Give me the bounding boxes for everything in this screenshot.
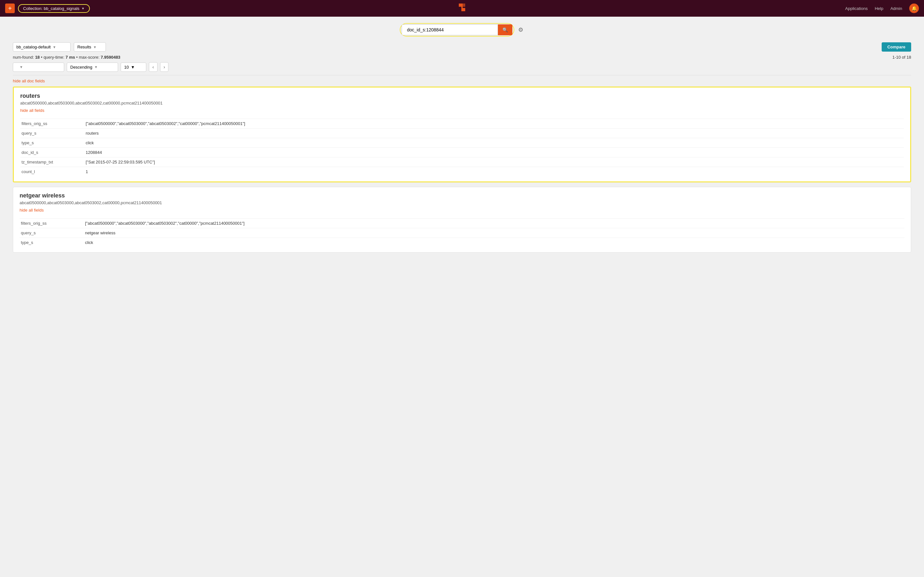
field-table-2: filters_orig_ss ["abcat0500000","abcat05… xyxy=(19,218,905,247)
field-value: 1 xyxy=(84,167,904,177)
field-value: click xyxy=(84,238,905,247)
result-title-1: routers xyxy=(20,93,904,99)
max-score-value: 7.9590483 xyxy=(101,55,120,60)
collection-dropdown-value: bb_catalog-default xyxy=(16,45,51,49)
result-card-2: netgear wireless abcat0500000,abcat05030… xyxy=(13,187,911,253)
topnav: + Collection: bb_catalog_signals ▼ Appli… xyxy=(0,0,924,17)
results-label: Results xyxy=(78,45,91,49)
sort-field-dropdown[interactable]: ▼ xyxy=(13,63,64,72)
chevron-down-icon: ▼ xyxy=(53,45,56,49)
hide-all-fields-link-2[interactable]: hide all fields xyxy=(19,208,44,213)
chevron-down-icon: ▼ xyxy=(131,65,135,69)
field-key: doc_id_s xyxy=(20,148,84,157)
field-key: count_l xyxy=(20,167,84,177)
nav-admin[interactable]: Admin xyxy=(890,6,902,11)
compare-button[interactable]: Compare xyxy=(882,42,911,52)
field-value: click xyxy=(84,138,904,148)
sort-order-dropdown[interactable]: Descending ▼ xyxy=(67,63,118,72)
search-area: 🔍 ⚙ xyxy=(13,23,911,37)
field-key: query_s xyxy=(20,129,84,138)
chevron-down-icon: ▼ xyxy=(19,65,23,69)
topnav-logo xyxy=(456,2,468,15)
field-key: type_s xyxy=(19,238,84,247)
field-row: tz_timestamp_txt ["Sat 2015-07-25 22:59:… xyxy=(20,157,904,167)
per-page-value: 10 xyxy=(124,65,129,69)
topnav-left: + Collection: bb_catalog_signals ▼ xyxy=(5,3,90,13)
search-input[interactable] xyxy=(402,24,498,35)
num-found-label: num-found: xyxy=(13,55,34,60)
field-row: type_s click xyxy=(19,238,905,247)
add-button[interactable]: + xyxy=(5,3,15,13)
result-subtitle-2: abcat0500000,abcat0503000,abcat0503002,c… xyxy=(19,200,905,205)
field-key: type_s xyxy=(20,138,84,148)
search-button[interactable]: 🔍 xyxy=(498,24,512,35)
query-time-label: query-time: xyxy=(44,55,65,60)
field-value: ["abcat0500000","abcat0503000","abcat050… xyxy=(84,219,905,228)
field-value: routers xyxy=(84,129,904,138)
field-key: query_s xyxy=(19,228,84,238)
field-row: count_l 1 xyxy=(20,167,904,177)
chevron-down-icon: ▼ xyxy=(93,45,97,49)
chevron-down-icon: ▼ xyxy=(94,65,98,69)
app-logo xyxy=(456,5,468,15)
main-content: 🔍 ⚙ bb_catalog-default ▼ Results ▼ Compa… xyxy=(0,17,924,263)
field-row: filters_orig_ss ["abcat0500000","abcat05… xyxy=(19,219,905,228)
sort-row: ▼ Descending ▼ 10 ▼ ‹ › xyxy=(13,62,911,72)
next-page-button[interactable]: › xyxy=(160,62,169,72)
field-value: 1208844 xyxy=(84,148,904,157)
search-icon: 🔍 xyxy=(502,27,508,32)
sort-order-value: Descending xyxy=(70,65,92,69)
per-page-dropdown[interactable]: 10 ▼ xyxy=(121,63,146,72)
field-key: filters_orig_ss xyxy=(20,119,84,129)
toolbar-row: bb_catalog-default ▼ Results ▼ Compare xyxy=(13,42,911,52)
nav-applications[interactable]: Applications xyxy=(845,6,867,11)
field-row: filters_orig_ss ["abcat0500000","abcat05… xyxy=(20,119,904,129)
result-card-1: routers abcat0500000,abcat0503000,abcat0… xyxy=(13,87,911,182)
topnav-right: Applications Help Admin 🔔 xyxy=(845,3,919,13)
prev-page-button[interactable]: ‹ xyxy=(149,62,158,72)
collection-label: Collection: bb_catalog_signals xyxy=(23,6,79,11)
stats-row: num-found: 18 • query-time: 7 ms • max-s… xyxy=(13,55,911,60)
field-key: tz_timestamp_txt xyxy=(20,157,84,167)
result-title-2: netgear wireless xyxy=(19,192,905,199)
notification-button[interactable]: 🔔 xyxy=(909,3,919,13)
field-row: query_s netgear wireless xyxy=(19,228,905,238)
max-score-label: max-score: xyxy=(79,55,99,60)
stats-text: num-found: 18 • query-time: 7 ms • max-s… xyxy=(13,55,120,60)
sort-field-value xyxy=(16,65,18,69)
field-row: type_s click xyxy=(20,138,904,148)
chevron-down-icon: ▼ xyxy=(81,7,85,10)
field-row: query_s routers xyxy=(20,129,904,138)
collection-selector[interactable]: Collection: bb_catalog_signals ▼ xyxy=(18,4,90,13)
nav-help[interactable]: Help xyxy=(875,6,883,11)
settings-button[interactable]: ⚙ xyxy=(517,25,525,35)
field-table-1: filters_orig_ss ["abcat0500000","abcat05… xyxy=(20,119,904,176)
field-value: netgear wireless xyxy=(84,228,905,238)
field-value: ["abcat0500000","abcat0503000","abcat050… xyxy=(84,119,904,129)
query-time-value: 7 ms xyxy=(65,55,75,60)
hide-all-fields-link-1[interactable]: hide all fields xyxy=(20,108,44,113)
field-key: filters_orig_ss xyxy=(19,219,84,228)
results-dropdown[interactable]: Results ▼ xyxy=(74,42,106,52)
search-wrapper: 🔍 xyxy=(400,23,514,37)
gear-icon: ⚙ xyxy=(518,27,523,33)
field-row: doc_id_s 1208844 xyxy=(20,148,904,157)
search-input-row: 🔍 xyxy=(402,24,512,35)
num-found-value: 18 xyxy=(35,55,39,60)
hide-all-doc-fields-link[interactable]: hide all doc fields xyxy=(13,79,45,83)
collection-dropdown[interactable]: bb_catalog-default ▼ xyxy=(13,42,71,52)
result-subtitle-1: abcat0500000,abcat0503000,abcat0503002,c… xyxy=(20,101,904,105)
pagination-info: 1-10 of 18 xyxy=(892,55,911,60)
field-value: ["Sat 2015-07-25 22:59:03.595 UTC"] xyxy=(84,157,904,167)
